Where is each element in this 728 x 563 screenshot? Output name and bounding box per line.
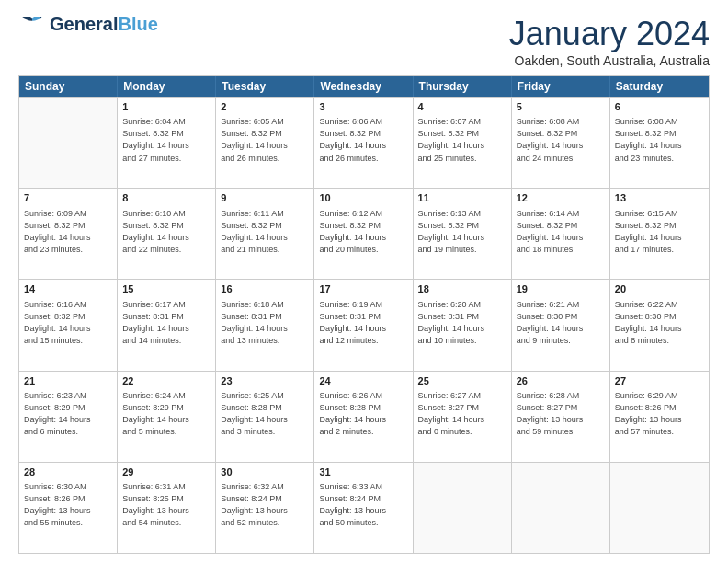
cal-cell-15: 15Sunrise: 6:17 AM Sunset: 8:31 PM Dayli… <box>118 280 216 370</box>
day-info: Sunrise: 6:31 AM Sunset: 8:25 PM Dayligh… <box>122 481 210 529</box>
day-number: 15 <box>122 282 210 296</box>
day-number: 27 <box>615 374 704 388</box>
week-row-2: 7Sunrise: 6:09 AM Sunset: 8:32 PM Daylig… <box>19 188 709 279</box>
week-row-1: 1Sunrise: 6:04 AM Sunset: 8:32 PM Daylig… <box>19 97 709 188</box>
day-number: 26 <box>517 374 605 388</box>
week-row-4: 21Sunrise: 6:23 AM Sunset: 8:29 PM Dayli… <box>19 371 709 462</box>
day-number: 18 <box>418 282 506 296</box>
day-info: Sunrise: 6:08 AM Sunset: 8:32 PM Dayligh… <box>615 116 704 164</box>
day-info: Sunrise: 6:12 AM Sunset: 8:32 PM Dayligh… <box>319 208 407 256</box>
day-info: Sunrise: 6:14 AM Sunset: 8:32 PM Dayligh… <box>517 208 605 256</box>
day-info: Sunrise: 6:06 AM Sunset: 8:32 PM Dayligh… <box>319 116 407 164</box>
day-info: Sunrise: 6:30 AM Sunset: 8:26 PM Dayligh… <box>24 481 112 529</box>
cal-cell-22: 22Sunrise: 6:24 AM Sunset: 8:29 PM Dayli… <box>118 372 216 462</box>
weekday-header-thursday: Thursday <box>414 76 512 97</box>
cal-cell-empty-5 <box>512 463 610 553</box>
cal-cell-24: 24Sunrise: 6:26 AM Sunset: 8:28 PM Dayli… <box>314 372 413 462</box>
day-number: 24 <box>319 374 407 388</box>
cal-cell-19: 19Sunrise: 6:21 AM Sunset: 8:30 PM Dayli… <box>512 280 610 370</box>
cal-cell-27: 27Sunrise: 6:29 AM Sunset: 8:26 PM Dayli… <box>610 372 709 462</box>
day-info: Sunrise: 6:16 AM Sunset: 8:32 PM Dayligh… <box>24 299 112 347</box>
logo-text: GeneralBlue <box>50 15 158 33</box>
day-number: 1 <box>122 100 210 114</box>
day-info: Sunrise: 6:13 AM Sunset: 8:32 PM Dayligh… <box>418 208 506 256</box>
cal-cell-16: 16Sunrise: 6:18 AM Sunset: 8:31 PM Dayli… <box>216 280 314 370</box>
day-info: Sunrise: 6:17 AM Sunset: 8:31 PM Dayligh… <box>122 299 210 347</box>
day-number: 4 <box>418 100 506 114</box>
day-info: Sunrise: 6:27 AM Sunset: 8:27 PM Dayligh… <box>418 390 506 438</box>
cal-cell-8: 8Sunrise: 6:10 AM Sunset: 8:32 PM Daylig… <box>118 189 216 279</box>
page: GeneralBlue January 2024 Oakden, South A… <box>0 0 728 563</box>
day-info: Sunrise: 6:11 AM Sunset: 8:32 PM Dayligh… <box>221 208 309 256</box>
day-info: Sunrise: 6:19 AM Sunset: 8:31 PM Dayligh… <box>319 299 407 347</box>
day-info: Sunrise: 6:29 AM Sunset: 8:26 PM Dayligh… <box>615 390 704 438</box>
location-subtitle: Oakden, South Australia, Australia <box>509 53 710 68</box>
day-number: 31 <box>319 465 407 479</box>
day-info: Sunrise: 6:07 AM Sunset: 8:32 PM Dayligh… <box>418 116 506 164</box>
logo-icon <box>18 16 46 32</box>
weekday-header-tuesday: Tuesday <box>216 76 314 97</box>
cal-cell-23: 23Sunrise: 6:25 AM Sunset: 8:28 PM Dayli… <box>216 372 314 462</box>
cal-cell-empty-6 <box>610 463 709 553</box>
day-info: Sunrise: 6:15 AM Sunset: 8:32 PM Dayligh… <box>615 208 704 256</box>
cal-cell-1: 1Sunrise: 6:04 AM Sunset: 8:32 PM Daylig… <box>118 98 216 188</box>
day-info: Sunrise: 6:10 AM Sunset: 8:32 PM Dayligh… <box>122 208 210 256</box>
day-number: 10 <box>319 191 407 205</box>
cal-cell-14: 14Sunrise: 6:16 AM Sunset: 8:32 PM Dayli… <box>19 280 118 370</box>
cal-cell-29: 29Sunrise: 6:31 AM Sunset: 8:25 PM Dayli… <box>118 463 216 553</box>
day-number: 12 <box>517 191 605 205</box>
day-info: Sunrise: 6:23 AM Sunset: 8:29 PM Dayligh… <box>24 390 112 438</box>
day-info: Sunrise: 6:24 AM Sunset: 8:29 PM Dayligh… <box>122 390 210 438</box>
header: GeneralBlue January 2024 Oakden, South A… <box>18 15 710 68</box>
cal-cell-21: 21Sunrise: 6:23 AM Sunset: 8:29 PM Dayli… <box>19 372 118 462</box>
day-number: 2 <box>221 100 309 114</box>
day-number: 23 <box>221 374 309 388</box>
month-title: January 2024 <box>509 15 710 53</box>
day-number: 22 <box>122 374 210 388</box>
day-number: 21 <box>24 374 112 388</box>
day-info: Sunrise: 6:25 AM Sunset: 8:28 PM Dayligh… <box>221 390 309 438</box>
day-number: 25 <box>418 374 506 388</box>
calendar: SundayMondayTuesdayWednesdayThursdayFrid… <box>18 75 710 554</box>
day-number: 30 <box>221 465 309 479</box>
cal-cell-7: 7Sunrise: 6:09 AM Sunset: 8:32 PM Daylig… <box>19 189 118 279</box>
day-info: Sunrise: 6:33 AM Sunset: 8:24 PM Dayligh… <box>319 481 407 529</box>
cal-cell-13: 13Sunrise: 6:15 AM Sunset: 8:32 PM Dayli… <box>610 189 709 279</box>
cal-cell-10: 10Sunrise: 6:12 AM Sunset: 8:32 PM Dayli… <box>314 189 413 279</box>
weekday-header-friday: Friday <box>512 76 610 97</box>
cal-cell-4: 4Sunrise: 6:07 AM Sunset: 8:32 PM Daylig… <box>414 98 512 188</box>
cal-cell-18: 18Sunrise: 6:20 AM Sunset: 8:31 PM Dayli… <box>414 280 512 370</box>
day-info: Sunrise: 6:18 AM Sunset: 8:31 PM Dayligh… <box>221 299 309 347</box>
cal-cell-3: 3Sunrise: 6:06 AM Sunset: 8:32 PM Daylig… <box>314 98 413 188</box>
weekday-header-saturday: Saturday <box>610 76 709 97</box>
day-info: Sunrise: 6:32 AM Sunset: 8:24 PM Dayligh… <box>221 481 309 529</box>
cal-cell-9: 9Sunrise: 6:11 AM Sunset: 8:32 PM Daylig… <box>216 189 314 279</box>
cal-cell-30: 30Sunrise: 6:32 AM Sunset: 8:24 PM Dayli… <box>216 463 314 553</box>
week-row-5: 28Sunrise: 6:30 AM Sunset: 8:26 PM Dayli… <box>19 462 709 553</box>
cal-cell-2: 2Sunrise: 6:05 AM Sunset: 8:32 PM Daylig… <box>216 98 314 188</box>
weekday-header-sunday: Sunday <box>19 76 118 97</box>
cal-cell-12: 12Sunrise: 6:14 AM Sunset: 8:32 PM Dayli… <box>512 189 610 279</box>
cal-cell-26: 26Sunrise: 6:28 AM Sunset: 8:27 PM Dayli… <box>512 372 610 462</box>
day-number: 5 <box>517 100 605 114</box>
day-info: Sunrise: 6:26 AM Sunset: 8:28 PM Dayligh… <box>319 390 407 438</box>
day-number: 14 <box>24 282 112 296</box>
day-number: 3 <box>319 100 407 114</box>
day-number: 28 <box>24 465 112 479</box>
day-info: Sunrise: 6:09 AM Sunset: 8:32 PM Dayligh… <box>24 208 112 256</box>
svg-point-0 <box>40 17 41 18</box>
cal-cell-31: 31Sunrise: 6:33 AM Sunset: 8:24 PM Dayli… <box>314 463 413 553</box>
day-info: Sunrise: 6:08 AM Sunset: 8:32 PM Dayligh… <box>517 116 605 164</box>
day-info: Sunrise: 6:04 AM Sunset: 8:32 PM Dayligh… <box>122 116 210 164</box>
cal-cell-empty-0 <box>19 98 118 188</box>
day-number: 6 <box>615 100 704 114</box>
day-number: 29 <box>122 465 210 479</box>
day-number: 7 <box>24 191 112 205</box>
week-row-3: 14Sunrise: 6:16 AM Sunset: 8:32 PM Dayli… <box>19 279 709 370</box>
day-info: Sunrise: 6:05 AM Sunset: 8:32 PM Dayligh… <box>221 116 309 164</box>
weekday-header-monday: Monday <box>118 76 216 97</box>
cal-cell-20: 20Sunrise: 6:22 AM Sunset: 8:30 PM Dayli… <box>610 280 709 370</box>
weekday-header-wednesday: Wednesday <box>314 76 413 97</box>
day-number: 11 <box>418 191 506 205</box>
day-info: Sunrise: 6:21 AM Sunset: 8:30 PM Dayligh… <box>517 299 605 347</box>
